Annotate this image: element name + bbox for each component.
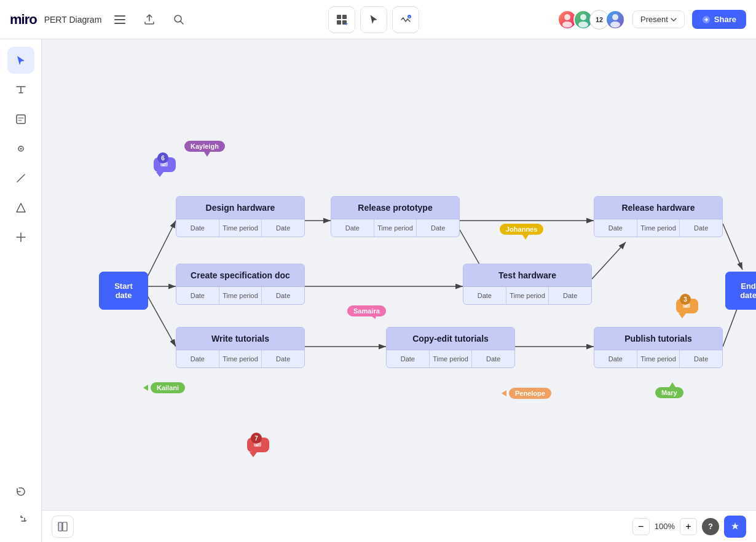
release-hw-body: Date Time period Date	[594, 219, 722, 237]
spec-cell-2: Date	[262, 287, 304, 304]
rh-cell-0: Date	[594, 219, 637, 237]
select-tool-button[interactable]	[7, 47, 34, 74]
design-node[interactable]: Design hardware Date Time period Date	[176, 196, 305, 237]
end-node[interactable]: End date	[725, 272, 756, 310]
add-tool-button[interactable]	[7, 224, 34, 251]
text-tool-button[interactable]	[7, 76, 34, 103]
rp-cell-2: Date	[417, 219, 459, 237]
write-cell-1: Time period	[219, 350, 262, 367]
cursor-penelope: Penelope	[502, 388, 551, 399]
design-node-header: Design hardware	[176, 197, 304, 219]
ce-cell-2: Date	[472, 350, 514, 367]
publish-body: Date Time period Date	[594, 350, 722, 367]
reactions-button[interactable]: +	[392, 6, 419, 33]
start-node-label: Start date	[99, 272, 148, 310]
avatars-group: 12	[557, 10, 625, 29]
spec-cell-1: Time period	[219, 287, 262, 304]
spec-cell-0: Date	[176, 287, 219, 304]
test-node[interactable]: Test hardware Date Time period Date	[463, 264, 592, 305]
ce-cell-0: Date	[387, 350, 430, 367]
write-node[interactable]: Write tutorials Date Time period Date	[176, 327, 305, 368]
search-button[interactable]	[168, 9, 190, 31]
svg-point-12	[564, 14, 570, 20]
spec-node-header: Create specification doc	[176, 264, 304, 287]
pub-cell-1: Time period	[637, 350, 680, 367]
write-cell-2: Date	[262, 350, 304, 367]
export-button[interactable]	[138, 9, 160, 31]
canvas[interactable]: Start date Design hardware Date Time per…	[42, 39, 756, 542]
spec-node[interactable]: Create specification doc Date Time perio…	[176, 264, 305, 305]
cursor-kailani: Kailani	[143, 382, 185, 393]
write-node-header: Write tutorials	[176, 328, 304, 350]
svg-rect-48	[63, 522, 67, 531]
zoom-level: 100%	[655, 522, 675, 531]
comment-bubble-2[interactable]: 3	[676, 299, 698, 318]
svg-rect-7	[337, 20, 341, 25]
redo-button[interactable]	[7, 508, 34, 535]
svg-rect-0	[114, 15, 125, 17]
release-proto-header: Release prototype	[331, 197, 459, 219]
apps-button[interactable]: +	[328, 6, 355, 33]
rp-cell-0: Date	[331, 219, 374, 237]
board-title: PERT Diagram	[44, 15, 102, 25]
start-node[interactable]: Start date	[99, 272, 148, 310]
svg-line-22	[17, 175, 25, 182]
copy-edit-node[interactable]: Copy-edit tutorials Date Time period Dat…	[386, 327, 515, 368]
svg-rect-19	[17, 115, 25, 124]
diagram: Start date Design hardware Date Time per…	[42, 39, 756, 542]
select-mode-button[interactable]	[360, 6, 387, 33]
pub-cell-0: Date	[594, 350, 637, 367]
svg-rect-47	[58, 522, 62, 531]
design-cell-2: Date	[262, 219, 304, 237]
present-button[interactable]: Present	[632, 10, 685, 28]
copy-edit-body: Date Time period Date	[387, 350, 514, 367]
svg-line-34	[592, 242, 626, 279]
write-cell-0: Date	[176, 350, 219, 367]
undo-button[interactable]	[7, 478, 34, 505]
copy-tool-button[interactable]	[7, 135, 34, 162]
release-proto-body: Date Time period Date	[331, 219, 459, 237]
comment-bubble-3[interactable]: 7	[247, 438, 269, 457]
svg-point-17	[610, 22, 620, 28]
svg-point-13	[562, 22, 572, 28]
spec-node-body: Date Time period Date	[176, 287, 304, 304]
publish-header: Publish tutorials	[594, 328, 722, 350]
svg-line-36	[723, 224, 742, 270]
arrows-svg	[42, 39, 756, 542]
release-hw-node[interactable]: Release hardware Date Time period Date	[594, 196, 723, 237]
share-button[interactable]: Share	[692, 10, 746, 29]
rp-cell-1: Time period	[374, 219, 417, 237]
zoom-out-button[interactable]: −	[632, 518, 650, 535]
pub-cell-2: Date	[680, 350, 722, 367]
note-tool-button[interactable]	[7, 106, 34, 133]
publish-node[interactable]: Publish tutorials Date Time period Date	[594, 327, 723, 368]
cursor-mary: Mary	[655, 382, 683, 398]
design-cell-0: Date	[176, 219, 219, 237]
comment-bubble-1[interactable]: 6	[154, 157, 176, 177]
test-node-body: Date Time period Date	[463, 287, 591, 304]
svg-rect-5	[337, 15, 341, 19]
test-cell-1: Time period	[506, 287, 549, 304]
shape-tool-button[interactable]	[7, 194, 34, 221]
miro-logo: miro	[10, 12, 37, 28]
help-button[interactable]: ?	[702, 518, 719, 535]
release-hw-header: Release hardware	[594, 197, 722, 219]
svg-point-14	[580, 14, 586, 20]
magic-button[interactable]	[724, 516, 746, 538]
menu-button[interactable]	[109, 9, 131, 31]
svg-rect-1	[114, 19, 125, 20]
zoom-in-button[interactable]: +	[680, 518, 697, 535]
svg-rect-6	[342, 15, 347, 19]
design-node-body: Date Time period Date	[176, 219, 304, 237]
cursor-kayleigh: Kayleigh	[184, 141, 225, 157]
bottom-bar: − 100% + ?	[42, 510, 756, 542]
sidebar-toggle-button[interactable]	[52, 516, 74, 538]
svg-rect-2	[114, 23, 125, 24]
svg-line-4	[181, 21, 184, 24]
cursor-johannes: Johannes	[500, 224, 543, 240]
svg-text:+: +	[345, 21, 348, 26]
line-tool-button[interactable]	[7, 165, 34, 192]
rh-cell-2: Date	[680, 219, 722, 237]
release-proto-node[interactable]: Release prototype Date Time period Date	[331, 196, 460, 237]
test-cell-2: Date	[549, 287, 591, 304]
